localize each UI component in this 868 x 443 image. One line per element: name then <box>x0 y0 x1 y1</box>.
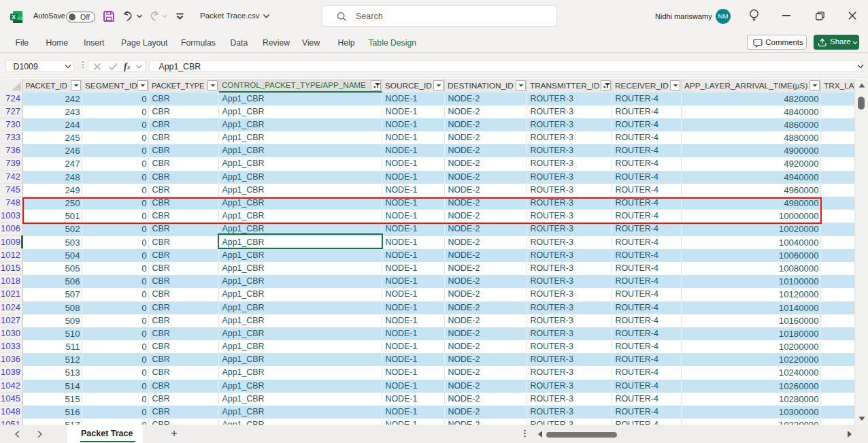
svg-text:X: X <box>12 14 16 20</box>
